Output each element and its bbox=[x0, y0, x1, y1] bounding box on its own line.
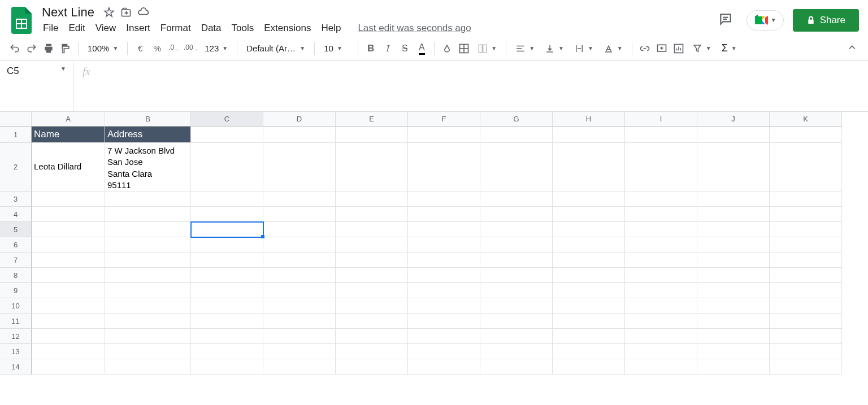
cell-E10[interactable] bbox=[336, 298, 408, 313]
cell-D2[interactable] bbox=[263, 143, 336, 191]
cell-G14[interactable] bbox=[480, 359, 553, 374]
cell-B4[interactable] bbox=[105, 207, 191, 222]
cell-H6[interactable] bbox=[553, 237, 625, 252]
cell-E5[interactable] bbox=[336, 222, 408, 237]
cell-G9[interactable] bbox=[480, 283, 553, 298]
cell-D8[interactable] bbox=[263, 268, 336, 283]
cell-J3[interactable] bbox=[697, 191, 770, 207]
cell-B14[interactable] bbox=[105, 359, 191, 374]
currency-button[interactable]: € bbox=[132, 41, 148, 56]
menu-tools[interactable]: Tools bbox=[227, 20, 259, 36]
cell-H10[interactable] bbox=[553, 298, 625, 313]
paint-format-button[interactable] bbox=[58, 41, 73, 56]
cell-F8[interactable] bbox=[408, 268, 480, 283]
cell-I14[interactable] bbox=[625, 359, 697, 374]
row-header-4[interactable]: 4 bbox=[0, 207, 32, 222]
cell-H5[interactable] bbox=[553, 222, 625, 237]
row-header-13[interactable]: 13 bbox=[0, 344, 32, 359]
cell-G5[interactable] bbox=[480, 222, 553, 237]
cell-D9[interactable] bbox=[263, 283, 336, 298]
cell-F10[interactable] bbox=[408, 298, 480, 313]
cell-H1[interactable] bbox=[553, 127, 625, 143]
borders-button[interactable] bbox=[456, 41, 472, 56]
cell-K4[interactable] bbox=[770, 207, 842, 222]
cell-F14[interactable] bbox=[408, 359, 480, 374]
last-edit[interactable]: Last edit was seconds ago bbox=[358, 23, 471, 34]
cell-B9[interactable] bbox=[105, 283, 191, 298]
col-header-D[interactable]: D bbox=[263, 112, 336, 127]
move-icon[interactable] bbox=[120, 7, 132, 18]
row-header-8[interactable]: 8 bbox=[0, 268, 32, 283]
fill-color-button[interactable] bbox=[439, 41, 455, 56]
cell-K5[interactable] bbox=[770, 222, 842, 237]
cell-F11[interactable] bbox=[408, 313, 480, 329]
cell-E2[interactable] bbox=[336, 143, 408, 191]
cell-A11[interactable] bbox=[32, 313, 105, 329]
cell-A10[interactable] bbox=[32, 298, 105, 313]
cell-H14[interactable] bbox=[553, 359, 625, 374]
cell-G8[interactable] bbox=[480, 268, 553, 283]
cell-H12[interactable] bbox=[553, 329, 625, 344]
cell-C5[interactable] bbox=[191, 222, 263, 237]
text-wrap-button[interactable]: ▼ bbox=[570, 41, 598, 56]
cell-I11[interactable] bbox=[625, 313, 697, 329]
filter-button[interactable]: ▼ bbox=[688, 41, 716, 56]
menu-format[interactable]: Format bbox=[156, 20, 196, 36]
cell-C8[interactable] bbox=[191, 268, 263, 283]
cell-G10[interactable] bbox=[480, 298, 553, 313]
cell-E3[interactable] bbox=[336, 191, 408, 207]
cell-A4[interactable] bbox=[32, 207, 105, 222]
cell-K1[interactable] bbox=[770, 127, 842, 143]
cell-C13[interactable] bbox=[191, 344, 263, 359]
more-formats-button[interactable]: 123▼ bbox=[200, 41, 232, 56]
formula-bar[interactable]: fx bbox=[73, 61, 868, 111]
cell-B13[interactable] bbox=[105, 344, 191, 359]
menu-view[interactable]: View bbox=[91, 20, 121, 36]
italic-button[interactable]: I bbox=[380, 41, 396, 56]
row-header-1[interactable]: 1 bbox=[0, 127, 32, 143]
name-box[interactable]: C5 ▼ bbox=[0, 61, 73, 111]
comments-icon[interactable] bbox=[714, 7, 737, 33]
cell-A2[interactable]: Leota Dillard bbox=[32, 143, 105, 191]
cell-G12[interactable] bbox=[480, 329, 553, 344]
spreadsheet-grid[interactable]: A B C D E F G H I J K 1 Name Address 2 L… bbox=[0, 112, 868, 374]
cell-C11[interactable] bbox=[191, 313, 263, 329]
cell-C1[interactable] bbox=[191, 127, 263, 143]
cell-C7[interactable] bbox=[191, 252, 263, 268]
cell-I8[interactable] bbox=[625, 268, 697, 283]
cell-J7[interactable] bbox=[697, 252, 770, 268]
col-header-I[interactable]: I bbox=[625, 112, 697, 127]
cell-E6[interactable] bbox=[336, 237, 408, 252]
menu-data[interactable]: Data bbox=[197, 20, 226, 36]
col-header-J[interactable]: J bbox=[697, 112, 770, 127]
cloud-icon[interactable] bbox=[137, 6, 150, 19]
cell-I10[interactable] bbox=[625, 298, 697, 313]
cell-J14[interactable] bbox=[697, 359, 770, 374]
cell-K11[interactable] bbox=[770, 313, 842, 329]
cell-I7[interactable] bbox=[625, 252, 697, 268]
cell-E1[interactable] bbox=[336, 127, 408, 143]
row-header-5[interactable]: 5 bbox=[0, 222, 32, 237]
cell-K7[interactable] bbox=[770, 252, 842, 268]
cell-I3[interactable] bbox=[625, 191, 697, 207]
merge-cells-button[interactable]: ▼ bbox=[473, 41, 501, 56]
text-rotation-button[interactable]: ▼ bbox=[599, 41, 627, 56]
cell-B5[interactable] bbox=[105, 222, 191, 237]
vertical-align-button[interactable]: ▼ bbox=[540, 41, 568, 56]
cell-F13[interactable] bbox=[408, 344, 480, 359]
cell-J13[interactable] bbox=[697, 344, 770, 359]
cell-I13[interactable] bbox=[625, 344, 697, 359]
row-header-11[interactable]: 11 bbox=[0, 313, 32, 329]
col-header-K[interactable]: K bbox=[770, 112, 842, 127]
cell-G13[interactable] bbox=[480, 344, 553, 359]
cell-I12[interactable] bbox=[625, 329, 697, 344]
cell-C4[interactable] bbox=[191, 207, 263, 222]
cell-G7[interactable] bbox=[480, 252, 553, 268]
cell-D12[interactable] bbox=[263, 329, 336, 344]
cell-C6[interactable] bbox=[191, 237, 263, 252]
cell-G6[interactable] bbox=[480, 237, 553, 252]
increase-decimal-button[interactable]: .00→ bbox=[183, 41, 199, 56]
cell-A8[interactable] bbox=[32, 268, 105, 283]
cell-D5[interactable] bbox=[263, 222, 336, 237]
cell-C10[interactable] bbox=[191, 298, 263, 313]
